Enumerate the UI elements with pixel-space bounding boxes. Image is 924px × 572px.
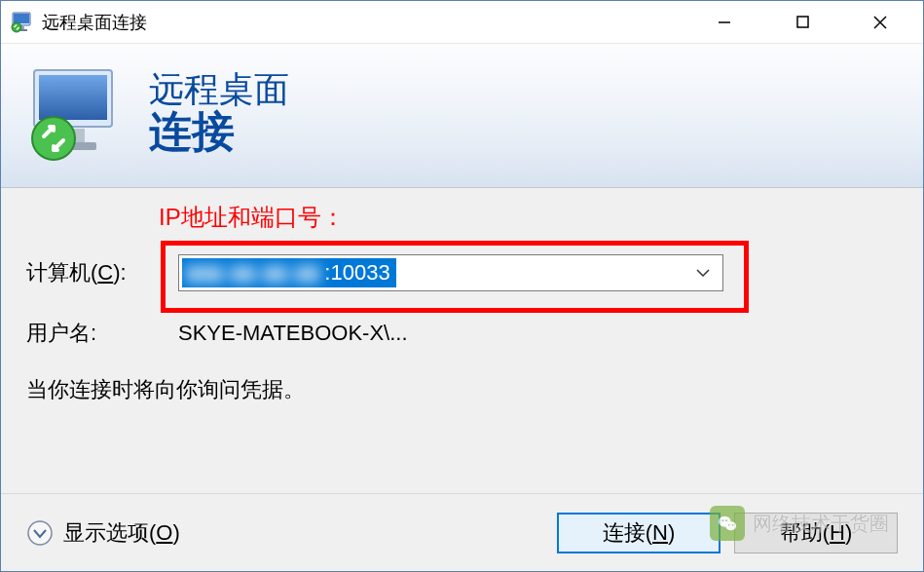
close-button[interactable] — [841, 1, 919, 43]
computer-input[interactable]: ▮▮▮.▮▮.▮▮.▮▮:10033 — [179, 255, 684, 290]
window-controls — [685, 1, 919, 43]
chevron-down-circle-icon — [26, 519, 54, 547]
computer-combobox[interactable]: ▮▮▮.▮▮.▮▮.▮▮:10033 — [178, 254, 723, 291]
svg-point-13 — [32, 117, 75, 160]
svg-rect-1 — [14, 14, 29, 23]
username-label: 用户名: — [26, 319, 178, 348]
chevron-down-icon — [695, 268, 711, 278]
computer-ip-obscured: ▮▮▮.▮▮.▮▮.▮▮ — [182, 258, 324, 287]
svg-rect-6 — [797, 17, 808, 27]
header-banner: 远程桌面 连接 — [1, 44, 923, 188]
footer-bar: 显示选项(O) 连接(N) 帮助(H) — [1, 493, 923, 571]
computer-label: 计算机(C): — [26, 258, 178, 287]
rdp-app-icon — [11, 11, 34, 34]
banner-title-line1: 远程桌面 — [149, 70, 289, 109]
svg-rect-10 — [39, 75, 107, 120]
maximize-button[interactable] — [763, 1, 841, 43]
titlebar: 远程桌面连接 — [1, 1, 923, 44]
show-options-label: 显示选项(O) — [63, 518, 180, 548]
annotation-label: IP地址和端口号： — [159, 202, 898, 233]
banner-text: 远程桌面 连接 — [149, 70, 289, 156]
minimize-button[interactable] — [685, 1, 763, 43]
svg-point-14 — [28, 521, 52, 545]
computer-dropdown-arrow[interactable] — [684, 255, 722, 290]
banner-title-line2: 连接 — [149, 108, 289, 155]
minimize-icon — [718, 16, 731, 29]
computer-port: :10033 — [324, 258, 395, 287]
show-options-toggle[interactable]: 显示选项(O) — [26, 518, 180, 548]
credentials-info: 当你连接时将向你询问凭据。 — [26, 375, 898, 404]
username-row: 用户名: SKYE-MATEBOOK-X\... — [26, 319, 898, 348]
svg-point-4 — [12, 22, 21, 32]
computer-row: 计算机(C): ▮▮▮.▮▮.▮▮.▮▮:10033 — [26, 254, 898, 291]
close-icon — [873, 16, 887, 29]
help-button[interactable]: 帮助(H) — [734, 513, 898, 553]
window-title: 远程桌面连接 — [42, 11, 685, 34]
username-value: SKYE-MATEBOOK-X\... — [178, 321, 408, 346]
connect-button[interactable]: 连接(N) — [557, 513, 721, 553]
form-body: IP地址和端口号： 计算机(C): ▮▮▮.▮▮.▮▮.▮▮:10033 用户名… — [1, 188, 923, 493]
rdp-banner-icon — [24, 62, 131, 170]
maximize-icon — [796, 16, 809, 28]
rdp-window: 远程桌面连接 — [0, 0, 924, 572]
